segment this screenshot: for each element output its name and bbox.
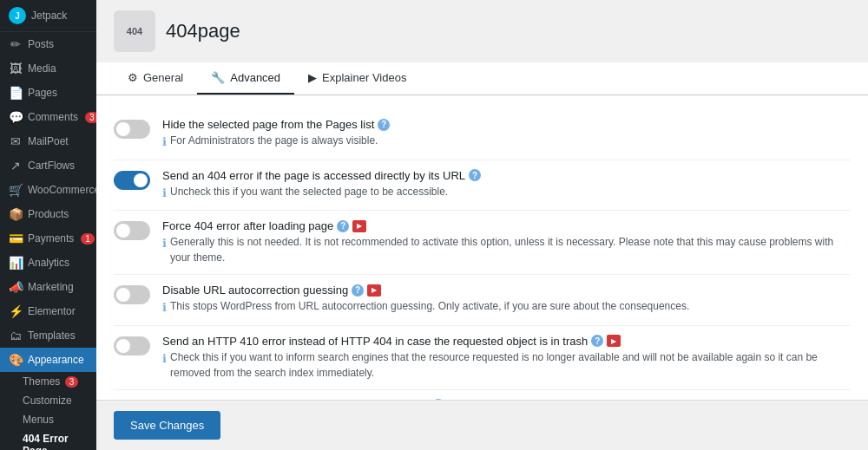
sidebar-sub-customize[interactable]: Customize	[0, 391, 96, 410]
sidebar-item-pages[interactable]: 📄 Pages	[0, 81, 96, 105]
setting-row-disable-url-autocorrection: Disable URL autocorrection guessing ? ▶ …	[114, 275, 851, 326]
info-icon-4: ℹ	[162, 350, 167, 368]
sidebar-item-elementor[interactable]: ⚡ Elementor	[0, 299, 96, 323]
slider-2	[114, 221, 150, 240]
page-title: 404page	[166, 20, 240, 42]
menus-label: Menus	[23, 414, 54, 426]
setting-text-0: Hide the selected page from the Pages li…	[162, 118, 851, 151]
setting-desc-text-3: This stops WordPress from URL autocorrec…	[170, 298, 689, 314]
sidebar-item-cartflows[interactable]: ↗ CartFlows	[0, 153, 96, 178]
sidebar-logo[interactable]: J Jetpack	[0, 0, 96, 32]
setting-desc-1: ℹ Uncheck this if you want the selected …	[162, 184, 851, 202]
video-icon-4[interactable]: ▶	[607, 335, 621, 347]
sidebar-item-templates[interactable]: 🗂 Templates	[0, 323, 96, 348]
sidebar-item-label: Comments	[28, 111, 78, 123]
sidebar-item-analytics[interactable]: 📊 Analytics	[0, 251, 96, 275]
setting-desc-text-1: Uncheck this if you want the selected pa…	[170, 184, 448, 199]
save-changes-button[interactable]: Save Changes	[114, 411, 220, 440]
sidebar-item-mailpoet[interactable]: ✉ MailPoet	[0, 129, 96, 153]
marketing-icon: 📣	[9, 280, 23, 294]
elementor-icon: ⚡	[9, 304, 23, 318]
sidebar-item-marketing[interactable]: 📣 Marketing	[0, 275, 96, 299]
slider-4	[114, 336, 150, 355]
posts-icon: ✏	[9, 37, 23, 51]
sidebar-item-comments[interactable]: 💬 Comments 3	[0, 105, 96, 129]
sidebar-item-media[interactable]: 🖼 Media	[0, 56, 96, 81]
setting-title-text-2: Force 404 error after loading page	[162, 219, 333, 232]
sidebar: J Jetpack ✏ Posts 🖼 Media 📄 Pages 💬 Comm…	[0, 0, 96, 450]
jetpack-icon: J	[9, 7, 26, 24]
advanced-tab-label: Advanced	[230, 71, 280, 84]
page-footer: Save Changes	[96, 400, 868, 450]
help-icon-2[interactable]: ?	[337, 220, 349, 232]
info-icon-1: ℹ	[162, 185, 167, 202]
sidebar-item-label: Appearance	[28, 354, 84, 366]
404-error-page-label: 404 Error Page	[23, 433, 69, 450]
setting-title-text-3: Disable URL autocorrection guessing	[162, 284, 348, 297]
tab-advanced[interactable]: 🔧 Advanced	[197, 62, 294, 95]
setting-text-4: Send an HTTP 410 error instead of HTTP 4…	[162, 335, 851, 381]
sidebar-logo-label: Jetpack	[31, 10, 67, 22]
setting-title-0: Hide the selected page from the Pages li…	[162, 118, 851, 131]
help-icon-4[interactable]: ?	[591, 335, 603, 347]
sidebar-item-posts[interactable]: ✏ Posts	[0, 32, 96, 56]
setting-title-1: Send an 404 error if the page is accesse…	[162, 169, 851, 182]
page-404-icon: 404	[114, 10, 155, 52]
explainer-videos-tab-label: Explainer Videos	[322, 71, 406, 84]
tab-general[interactable]: ⚙ General	[114, 62, 197, 95]
toggle-wrap-4	[114, 335, 150, 355]
toggle-hide-from-pages[interactable]	[114, 120, 150, 139]
video-icon-3[interactable]: ▶	[367, 284, 381, 297]
setting-title-text-0: Hide the selected page from the Pages li…	[162, 118, 374, 131]
setting-desc-2: ℹ Generally this is not needed. It is no…	[162, 234, 851, 265]
sidebar-item-label: Marketing	[28, 281, 74, 293]
setting-title-text-4: Send an HTTP 410 error instead of HTTP 4…	[162, 335, 588, 348]
sidebar-item-label: Elementor	[28, 305, 76, 317]
advanced-tab-icon: 🔧	[211, 71, 225, 84]
page-header: 404 404page	[96, 0, 868, 52]
setting-desc-3: ℹ This stops WordPress from URL autocorr…	[162, 298, 851, 316]
setting-row-force-404-loading: Force 404 error after loading page ? ▶ ℹ…	[114, 211, 851, 275]
sidebar-item-woocommerce[interactable]: 🛒 WooCommerce	[0, 178, 96, 202]
help-icon-1[interactable]: ?	[469, 169, 481, 181]
slider-0	[114, 120, 150, 139]
toggle-wrap-2	[114, 219, 150, 240]
media-icon: 🖼	[9, 62, 23, 75]
tab-bar: ⚙ General 🔧 Advanced ▶ Explainer Videos	[96, 62, 868, 95]
help-icon-0[interactable]: ?	[378, 119, 390, 131]
pages-icon: 📄	[9, 86, 23, 100]
slider-3	[114, 285, 150, 304]
settings-content: Hide the selected page from the Pages li…	[96, 95, 868, 400]
toggle-wrap-3	[114, 284, 150, 304]
help-icon-3[interactable]: ?	[352, 284, 364, 297]
toggle-force-404-loading[interactable]	[114, 221, 150, 240]
sidebar-item-label: WooCommerce	[28, 184, 96, 196]
tab-explainer-videos[interactable]: ▶ Explainer Videos	[294, 62, 420, 95]
slider-1	[114, 171, 150, 190]
setting-desc-text-0: For Administrators the page is always vi…	[170, 133, 378, 148]
sidebar-item-appearance[interactable]: 🎨 Appearance	[0, 348, 96, 372]
setting-title-2: Force 404 error after loading page ? ▶	[162, 219, 851, 232]
toggle-send-404-error[interactable]	[114, 171, 150, 190]
setting-row-http-410-always: Always send an HTTP 410 error instead of…	[114, 390, 851, 401]
setting-text-3: Disable URL autocorrection guessing ? ▶ …	[162, 284, 851, 316]
video-icon-2[interactable]: ▶	[352, 220, 366, 232]
payments-icon: 💳	[9, 232, 23, 245]
appearance-icon: 🎨	[9, 353, 23, 367]
sidebar-sub-themes[interactable]: Themes 3	[0, 372, 96, 391]
setting-title-4: Send an HTTP 410 error instead of HTTP 4…	[162, 335, 851, 348]
sidebar-item-label: CartFlows	[28, 160, 75, 172]
sidebar-sub-menus[interactable]: Menus	[0, 410, 96, 429]
toggle-http-410-trash[interactable]	[114, 336, 150, 355]
info-icon-3: ℹ	[162, 299, 167, 316]
toggle-wrap-0	[114, 118, 150, 139]
general-tab-label: General	[143, 71, 183, 84]
main-content: 404 404page ⚙ General 🔧 Advanced ▶ Expla…	[96, 0, 868, 450]
comments-icon: 💬	[9, 110, 23, 124]
toggle-disable-url-autocorrection[interactable]	[114, 285, 150, 304]
sidebar-sub-404-error-page[interactable]: 404 Error Page	[0, 429, 96, 450]
setting-row-http-410-trash: Send an HTTP 410 error instead of HTTP 4…	[114, 326, 851, 390]
payments-badge: 1	[81, 233, 95, 245]
sidebar-item-products[interactable]: 📦 Products	[0, 202, 96, 226]
sidebar-item-payments[interactable]: 💳 Payments 1	[0, 226, 96, 251]
